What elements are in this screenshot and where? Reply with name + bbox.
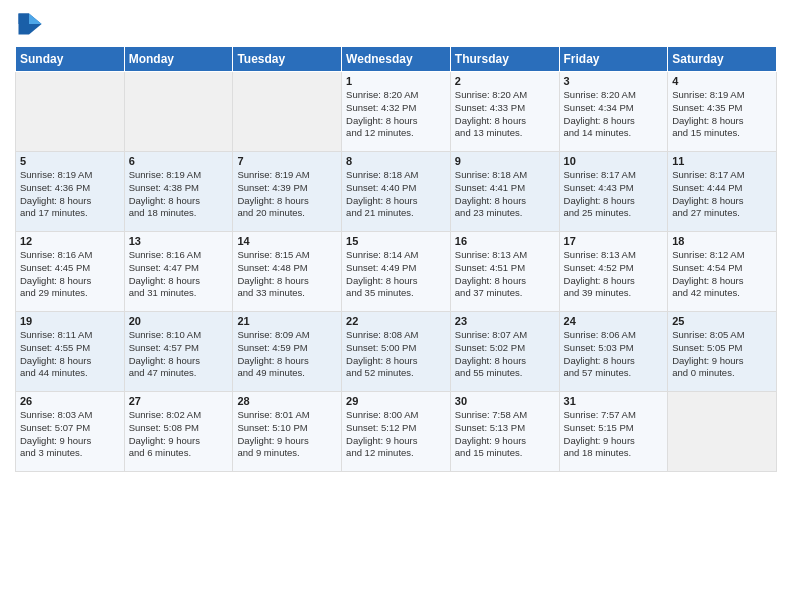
day-info: Sunrise: 8:17 AM Sunset: 4:43 PM Dayligh… <box>564 169 664 220</box>
day-number: 8 <box>346 155 446 167</box>
day-info: Sunrise: 8:19 AM Sunset: 4:36 PM Dayligh… <box>20 169 120 220</box>
day-number: 6 <box>129 155 229 167</box>
calendar-cell: 27Sunrise: 8:02 AM Sunset: 5:08 PM Dayli… <box>124 392 233 472</box>
day-number: 19 <box>20 315 120 327</box>
day-number: 15 <box>346 235 446 247</box>
calendar-cell: 8Sunrise: 8:18 AM Sunset: 4:40 PM Daylig… <box>342 152 451 232</box>
logo <box>15 10 45 38</box>
calendar-cell: 14Sunrise: 8:15 AM Sunset: 4:48 PM Dayli… <box>233 232 342 312</box>
calendar-cell <box>668 392 777 472</box>
weekday-header-thursday: Thursday <box>450 47 559 72</box>
day-number: 17 <box>564 235 664 247</box>
calendar-week-row: 19Sunrise: 8:11 AM Sunset: 4:55 PM Dayli… <box>16 312 777 392</box>
day-number: 3 <box>564 75 664 87</box>
calendar-week-row: 1Sunrise: 8:20 AM Sunset: 4:32 PM Daylig… <box>16 72 777 152</box>
calendar-cell: 17Sunrise: 8:13 AM Sunset: 4:52 PM Dayli… <box>559 232 668 312</box>
day-info: Sunrise: 8:19 AM Sunset: 4:35 PM Dayligh… <box>672 89 772 140</box>
weekday-header-sunday: Sunday <box>16 47 125 72</box>
day-number: 18 <box>672 235 772 247</box>
page-container: SundayMondayTuesdayWednesdayThursdayFrid… <box>0 0 792 477</box>
calendar-cell: 11Sunrise: 8:17 AM Sunset: 4:44 PM Dayli… <box>668 152 777 232</box>
calendar-cell: 16Sunrise: 8:13 AM Sunset: 4:51 PM Dayli… <box>450 232 559 312</box>
calendar-cell: 3Sunrise: 8:20 AM Sunset: 4:34 PM Daylig… <box>559 72 668 152</box>
calendar-cell: 25Sunrise: 8:05 AM Sunset: 5:05 PM Dayli… <box>668 312 777 392</box>
calendar-cell: 7Sunrise: 8:19 AM Sunset: 4:39 PM Daylig… <box>233 152 342 232</box>
calendar-cell <box>16 72 125 152</box>
day-number: 11 <box>672 155 772 167</box>
day-info: Sunrise: 8:00 AM Sunset: 5:12 PM Dayligh… <box>346 409 446 460</box>
day-info: Sunrise: 8:05 AM Sunset: 5:05 PM Dayligh… <box>672 329 772 380</box>
day-number: 26 <box>20 395 120 407</box>
weekday-header-tuesday: Tuesday <box>233 47 342 72</box>
day-number: 30 <box>455 395 555 407</box>
day-number: 7 <box>237 155 337 167</box>
day-number: 21 <box>237 315 337 327</box>
calendar-cell: 10Sunrise: 8:17 AM Sunset: 4:43 PM Dayli… <box>559 152 668 232</box>
calendar-cell: 2Sunrise: 8:20 AM Sunset: 4:33 PM Daylig… <box>450 72 559 152</box>
day-info: Sunrise: 8:08 AM Sunset: 5:00 PM Dayligh… <box>346 329 446 380</box>
calendar-cell: 9Sunrise: 8:18 AM Sunset: 4:41 PM Daylig… <box>450 152 559 232</box>
calendar-cell: 5Sunrise: 8:19 AM Sunset: 4:36 PM Daylig… <box>16 152 125 232</box>
weekday-header-wednesday: Wednesday <box>342 47 451 72</box>
day-info: Sunrise: 8:06 AM Sunset: 5:03 PM Dayligh… <box>564 329 664 380</box>
day-info: Sunrise: 8:09 AM Sunset: 4:59 PM Dayligh… <box>237 329 337 380</box>
calendar-cell: 23Sunrise: 8:07 AM Sunset: 5:02 PM Dayli… <box>450 312 559 392</box>
day-number: 27 <box>129 395 229 407</box>
day-info: Sunrise: 7:57 AM Sunset: 5:15 PM Dayligh… <box>564 409 664 460</box>
day-number: 28 <box>237 395 337 407</box>
day-number: 4 <box>672 75 772 87</box>
day-number: 25 <box>672 315 772 327</box>
day-number: 1 <box>346 75 446 87</box>
calendar-cell: 22Sunrise: 8:08 AM Sunset: 5:00 PM Dayli… <box>342 312 451 392</box>
day-info: Sunrise: 8:20 AM Sunset: 4:33 PM Dayligh… <box>455 89 555 140</box>
calendar-cell: 15Sunrise: 8:14 AM Sunset: 4:49 PM Dayli… <box>342 232 451 312</box>
day-number: 24 <box>564 315 664 327</box>
day-info: Sunrise: 7:58 AM Sunset: 5:13 PM Dayligh… <box>455 409 555 460</box>
day-info: Sunrise: 8:07 AM Sunset: 5:02 PM Dayligh… <box>455 329 555 380</box>
day-info: Sunrise: 8:20 AM Sunset: 4:34 PM Dayligh… <box>564 89 664 140</box>
day-number: 10 <box>564 155 664 167</box>
weekday-header-saturday: Saturday <box>668 47 777 72</box>
page-header <box>15 10 777 38</box>
day-info: Sunrise: 8:19 AM Sunset: 4:39 PM Dayligh… <box>237 169 337 220</box>
calendar-cell: 20Sunrise: 8:10 AM Sunset: 4:57 PM Dayli… <box>124 312 233 392</box>
calendar-cell: 30Sunrise: 7:58 AM Sunset: 5:13 PM Dayli… <box>450 392 559 472</box>
calendar-cell: 1Sunrise: 8:20 AM Sunset: 4:32 PM Daylig… <box>342 72 451 152</box>
calendar-cell: 24Sunrise: 8:06 AM Sunset: 5:03 PM Dayli… <box>559 312 668 392</box>
calendar-cell: 28Sunrise: 8:01 AM Sunset: 5:10 PM Dayli… <box>233 392 342 472</box>
day-number: 12 <box>20 235 120 247</box>
day-info: Sunrise: 8:14 AM Sunset: 4:49 PM Dayligh… <box>346 249 446 300</box>
day-info: Sunrise: 8:19 AM Sunset: 4:38 PM Dayligh… <box>129 169 229 220</box>
calendar-cell: 13Sunrise: 8:16 AM Sunset: 4:47 PM Dayli… <box>124 232 233 312</box>
logo-icon <box>15 10 43 38</box>
calendar-cell <box>233 72 342 152</box>
day-info: Sunrise: 8:01 AM Sunset: 5:10 PM Dayligh… <box>237 409 337 460</box>
svg-marker-3 <box>19 14 30 25</box>
day-info: Sunrise: 8:13 AM Sunset: 4:51 PM Dayligh… <box>455 249 555 300</box>
day-number: 20 <box>129 315 229 327</box>
day-info: Sunrise: 8:13 AM Sunset: 4:52 PM Dayligh… <box>564 249 664 300</box>
day-info: Sunrise: 8:16 AM Sunset: 4:45 PM Dayligh… <box>20 249 120 300</box>
day-number: 13 <box>129 235 229 247</box>
day-info: Sunrise: 8:11 AM Sunset: 4:55 PM Dayligh… <box>20 329 120 380</box>
weekday-header-friday: Friday <box>559 47 668 72</box>
calendar-week-row: 26Sunrise: 8:03 AM Sunset: 5:07 PM Dayli… <box>16 392 777 472</box>
calendar-cell <box>124 72 233 152</box>
day-number: 16 <box>455 235 555 247</box>
calendar-week-row: 5Sunrise: 8:19 AM Sunset: 4:36 PM Daylig… <box>16 152 777 232</box>
weekday-header-row: SundayMondayTuesdayWednesdayThursdayFrid… <box>16 47 777 72</box>
day-info: Sunrise: 8:17 AM Sunset: 4:44 PM Dayligh… <box>672 169 772 220</box>
day-info: Sunrise: 8:10 AM Sunset: 4:57 PM Dayligh… <box>129 329 229 380</box>
day-number: 29 <box>346 395 446 407</box>
calendar-cell: 26Sunrise: 8:03 AM Sunset: 5:07 PM Dayli… <box>16 392 125 472</box>
calendar-cell: 6Sunrise: 8:19 AM Sunset: 4:38 PM Daylig… <box>124 152 233 232</box>
day-info: Sunrise: 8:20 AM Sunset: 4:32 PM Dayligh… <box>346 89 446 140</box>
day-info: Sunrise: 8:18 AM Sunset: 4:40 PM Dayligh… <box>346 169 446 220</box>
day-number: 31 <box>564 395 664 407</box>
calendar-cell: 21Sunrise: 8:09 AM Sunset: 4:59 PM Dayli… <box>233 312 342 392</box>
calendar-cell: 29Sunrise: 8:00 AM Sunset: 5:12 PM Dayli… <box>342 392 451 472</box>
weekday-header-monday: Monday <box>124 47 233 72</box>
calendar-week-row: 12Sunrise: 8:16 AM Sunset: 4:45 PM Dayli… <box>16 232 777 312</box>
day-info: Sunrise: 8:03 AM Sunset: 5:07 PM Dayligh… <box>20 409 120 460</box>
day-number: 5 <box>20 155 120 167</box>
